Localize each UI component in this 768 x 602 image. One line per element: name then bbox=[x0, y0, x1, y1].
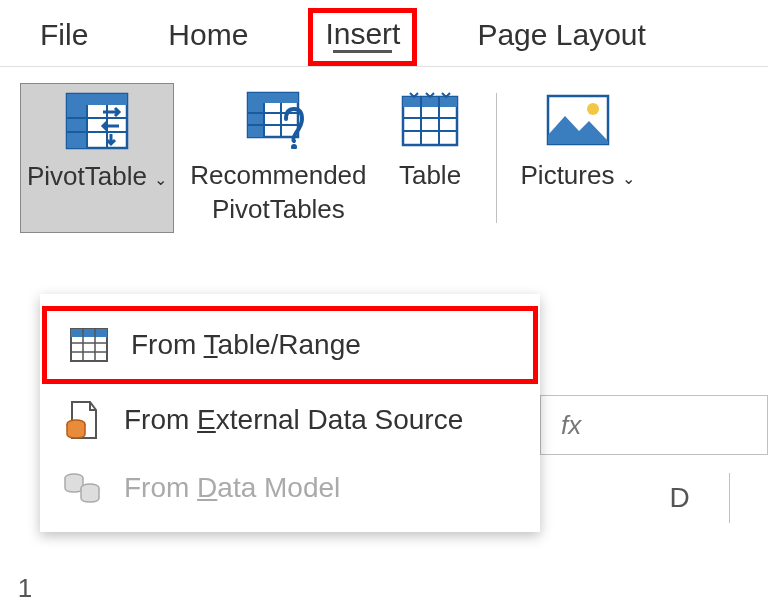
ribbon-separator bbox=[496, 93, 497, 223]
svg-rect-2 bbox=[67, 105, 87, 148]
column-header-d[interactable]: D bbox=[630, 473, 730, 523]
svg-rect-9 bbox=[248, 103, 264, 137]
table-icon bbox=[394, 89, 466, 151]
pivottable-icon bbox=[61, 90, 133, 152]
svg-point-14 bbox=[291, 144, 297, 149]
ribbon-tabs: File Home Insert Page Layout bbox=[0, 0, 768, 66]
menu-from-external-data[interactable]: From External Data Source bbox=[40, 386, 540, 454]
svg-point-22 bbox=[587, 103, 599, 115]
recommended-pivottables-label: Recommended PivotTables bbox=[190, 159, 366, 227]
table-button[interactable]: Table bbox=[383, 83, 478, 233]
ribbon-toolbar: PivotTable ⌄ Recommended PivotTables bbox=[0, 66, 768, 243]
pivottable-dropdown-menu: From Table/Range From External Data Sour… bbox=[40, 294, 540, 532]
chevron-down-icon: ⌄ bbox=[622, 170, 635, 187]
formula-bar[interactable]: fx bbox=[540, 395, 768, 455]
row-header-1[interactable]: 1 bbox=[10, 573, 40, 602]
tab-file[interactable]: File bbox=[20, 8, 108, 66]
external-data-icon bbox=[62, 400, 102, 440]
data-model-icon bbox=[62, 468, 102, 508]
table-label: Table bbox=[399, 159, 461, 193]
tab-insert[interactable]: Insert bbox=[308, 8, 417, 66]
pictures-icon bbox=[542, 89, 614, 151]
menu-from-data-model-label: From Data Model bbox=[124, 472, 340, 504]
table-range-icon bbox=[69, 325, 109, 365]
svg-rect-16 bbox=[403, 97, 457, 107]
pivottable-label: PivotTable ⌄ bbox=[27, 160, 167, 194]
tab-home[interactable]: Home bbox=[148, 8, 268, 66]
svg-rect-8 bbox=[248, 93, 298, 103]
svg-rect-24 bbox=[71, 329, 107, 337]
menu-from-table-range[interactable]: From Table/Range bbox=[42, 306, 538, 384]
svg-rect-1 bbox=[67, 94, 127, 105]
tab-page-layout[interactable]: Page Layout bbox=[457, 8, 665, 66]
pivottable-button[interactable]: PivotTable ⌄ bbox=[20, 83, 174, 233]
fx-label: fx bbox=[561, 410, 581, 441]
pictures-label: Pictures ⌄ bbox=[521, 159, 635, 193]
pictures-button[interactable]: Pictures ⌄ bbox=[515, 83, 641, 233]
menu-from-external-label: From External Data Source bbox=[124, 404, 463, 436]
menu-from-table-range-label: From Table/Range bbox=[131, 329, 361, 361]
chevron-down-icon: ⌄ bbox=[154, 171, 167, 188]
menu-from-data-model: From Data Model bbox=[40, 454, 540, 522]
recommended-pivottables-button[interactable]: Recommended PivotTables bbox=[184, 83, 372, 233]
recommended-pivottables-icon bbox=[242, 89, 314, 151]
